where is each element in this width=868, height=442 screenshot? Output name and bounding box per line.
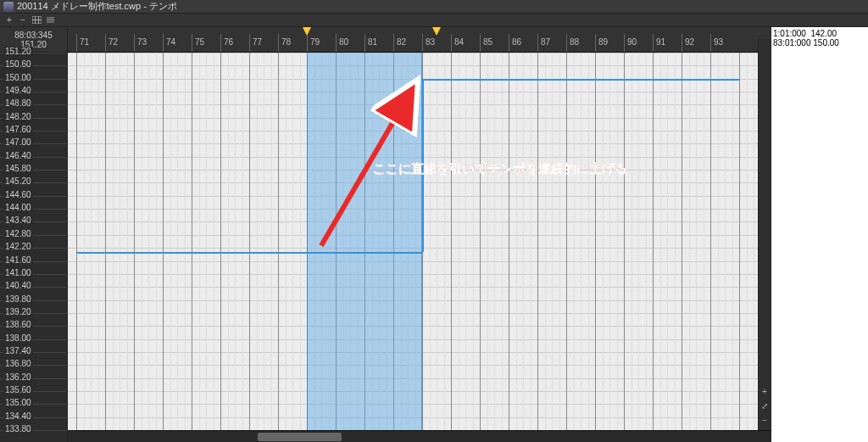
tempo-segment[interactable] — [76, 252, 422, 254]
tempo-grid[interactable]: 150 142 ここに直線を引いてテンポを連続的に上げる — [68, 53, 771, 442]
ruler-tick — [220, 34, 221, 52]
grid-barline — [566, 53, 567, 442]
ruler-bar-label: 76 — [222, 37, 233, 47]
tempo-axis-label: 133.80 — [3, 424, 33, 434]
grid-beatline — [199, 53, 200, 442]
grid-beatline — [581, 53, 581, 442]
tempo-axis-tick: 143.40 — [0, 221, 67, 222]
tempo-axis-tick: 148.20 — [0, 118, 67, 119]
tempo-axis-label: 138.00 — [3, 333, 33, 343]
header-time: 88:03:345 — [14, 31, 53, 40]
ruler-tick — [509, 34, 509, 52]
grid-beatline — [113, 53, 114, 442]
zoom-out-button[interactable]: − — [17, 15, 29, 25]
grid-beatline — [559, 53, 560, 442]
grid-barline — [220, 53, 221, 442]
ruler-bar-label: 84 — [453, 37, 464, 47]
ruler-bar-label: 86 — [510, 37, 521, 47]
grid-beatline — [638, 53, 639, 442]
event-list-item[interactable]: 1:01:000 142.00 — [773, 29, 866, 38]
ruler-bar-label: 89 — [597, 37, 608, 47]
tempo-axis-tick: 133.80 — [0, 430, 67, 431]
grid-beatline — [603, 53, 604, 442]
grid-beatline — [494, 53, 495, 442]
tempo-axis-tick: 139.80 — [0, 300, 67, 301]
tempo-axis-tick: 150.60 — [0, 65, 67, 66]
zoom-fit-button[interactable]: ⤢ — [760, 401, 770, 411]
horizontal-scrollbar[interactable] — [68, 430, 771, 442]
grid-barline — [134, 53, 135, 442]
ruler-tick — [192, 34, 192, 52]
grid-beatline — [609, 53, 610, 442]
main-area: 88:03:345 151.20 151.20150.60150.00149.4… — [0, 27, 868, 442]
timeline-ruler[interactable]: 7172737475767778798081828384858687888990… — [68, 27, 771, 53]
scrollbar-thumb[interactable] — [258, 433, 342, 441]
ruler-tick — [76, 34, 77, 52]
selection-region[interactable] — [307, 53, 422, 442]
ruler-tick — [105, 34, 106, 52]
tempo-axis-tick: 144.00 — [0, 209, 67, 210]
app-icon — [3, 2, 14, 12]
tempo-axis-tick: 149.40 — [0, 92, 67, 92]
tempo-axis-label: 134.40 — [3, 411, 33, 421]
tempo-axis-tick: 138.00 — [0, 339, 67, 340]
tempo-axis-label: 145.80 — [3, 164, 33, 173]
grid-beatline — [127, 53, 128, 442]
ruler-bar-label: 81 — [366, 37, 377, 47]
tempo-axis-label: 135.00 — [3, 398, 33, 407]
tempo-axis-label: 141.60 — [3, 255, 33, 265]
grid-beatline — [206, 53, 207, 442]
grid-barline — [653, 53, 654, 442]
grid-barline — [710, 53, 711, 442]
grid-barline — [595, 53, 596, 442]
tempo-axis-label: 144.00 — [3, 203, 33, 212]
annotation-hint: ここに直線を引いてテンポを連続的に上げる — [373, 161, 627, 177]
tempo-axis-label: 144.60 — [3, 190, 33, 199]
grid-beatline — [170, 53, 171, 442]
ruler-bar-label: 71 — [78, 37, 89, 47]
grid-beatline — [574, 53, 575, 442]
window-title: 200114 メドレー制作test.cwp - テンポ — [17, 0, 177, 13]
grid-beatline — [430, 53, 431, 442]
grid-beatline — [487, 53, 488, 442]
zoom-out-v-button[interactable]: − — [760, 416, 770, 425]
ruler-bar-label: 78 — [280, 37, 291, 47]
zoom-in-v-button[interactable]: + — [760, 387, 770, 396]
ruler-tick — [393, 34, 394, 52]
grid-beatline — [300, 53, 301, 442]
grid-beatline — [747, 53, 748, 442]
tempo-axis-label: 148.80 — [3, 98, 33, 108]
tempo-axis-tick: 134.40 — [0, 417, 67, 418]
tempo-axis-tick: 151.20 — [0, 53, 67, 53]
timeline-marker[interactable] — [303, 27, 311, 36]
tempo-axis-tick: 135.00 — [0, 404, 67, 405]
grid-beatline — [235, 53, 236, 442]
tempo-axis-label: 146.40 — [3, 151, 33, 160]
zoom-in-button[interactable]: + — [3, 15, 15, 25]
tempo-segment[interactable] — [422, 79, 739, 81]
grid-beatline — [142, 53, 142, 442]
grid-barline — [163, 53, 164, 442]
tempo-axis-tick: 137.40 — [0, 352, 67, 353]
grid-beatline — [437, 53, 437, 442]
grid-barline — [537, 53, 538, 442]
grid-beatline — [660, 53, 661, 442]
ruler-tick — [307, 34, 308, 52]
grid-toggle-button[interactable] — [31, 15, 42, 25]
tempo-axis-label: 137.40 — [3, 346, 33, 355]
event-list-panel: 1:01:000 142.0083:01:000 150.00 — [771, 27, 868, 442]
grid-beatline — [84, 53, 85, 442]
tempo-axis-tick: 147.00 — [0, 143, 67, 144]
tempo-axis-tick: 142.20 — [0, 248, 67, 249]
event-list-item[interactable]: 83:01:000 150.00 — [773, 38, 866, 48]
grid-barline — [509, 53, 509, 442]
timeline-marker[interactable] — [432, 27, 441, 36]
grid-beatline — [704, 53, 704, 442]
ruler-tick — [336, 34, 337, 52]
view-mode-button[interactable] — [44, 15, 56, 25]
grid-beatline — [459, 53, 459, 442]
grid-beatline — [156, 53, 157, 442]
grid-beatline — [257, 53, 258, 442]
ruler-tick — [595, 34, 596, 52]
grid-beatline — [502, 53, 503, 442]
